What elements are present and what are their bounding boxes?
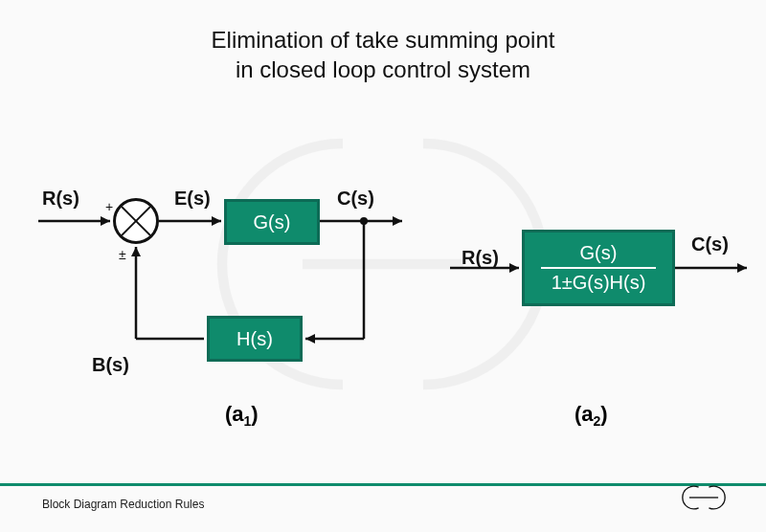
svg-marker-2 bbox=[101, 216, 110, 226]
sign-plusminus: ± bbox=[119, 247, 126, 262]
block-diagram: G(s) H(s) G(s) 1±G(s)H(s) R(s) E(s) C(s)… bbox=[0, 0, 766, 532]
label-c: C(s) bbox=[337, 188, 374, 210]
fraction-line bbox=[541, 267, 656, 269]
svg-marker-10 bbox=[305, 334, 315, 344]
label-c2: C(s) bbox=[691, 233, 729, 255]
label-e: E(s) bbox=[174, 188, 211, 210]
block-closed-loop-tf: G(s) 1±G(s)H(s) bbox=[522, 230, 675, 306]
caption-a2: (a2) bbox=[574, 402, 608, 429]
label-r: R(s) bbox=[42, 188, 79, 210]
tf-denominator: 1±G(s)H(s) bbox=[552, 272, 646, 294]
svg-marker-4 bbox=[212, 216, 221, 226]
svg-marker-17 bbox=[737, 263, 747, 273]
caption-a1: (a1) bbox=[225, 402, 259, 429]
label-b: B(s) bbox=[92, 354, 129, 376]
block-feedback-gain: H(s) bbox=[207, 316, 303, 362]
block-h-label: H(s) bbox=[237, 328, 273, 350]
svg-marker-15 bbox=[509, 263, 519, 273]
block-forward-gain: G(s) bbox=[224, 199, 320, 245]
sign-plus: + bbox=[105, 199, 113, 214]
svg-marker-6 bbox=[393, 216, 402, 226]
svg-marker-13 bbox=[131, 247, 141, 256]
label-r2: R(s) bbox=[462, 247, 499, 269]
tf-numerator: G(s) bbox=[580, 242, 618, 264]
block-g-label: G(s) bbox=[254, 211, 291, 233]
summing-junction bbox=[113, 198, 159, 244]
